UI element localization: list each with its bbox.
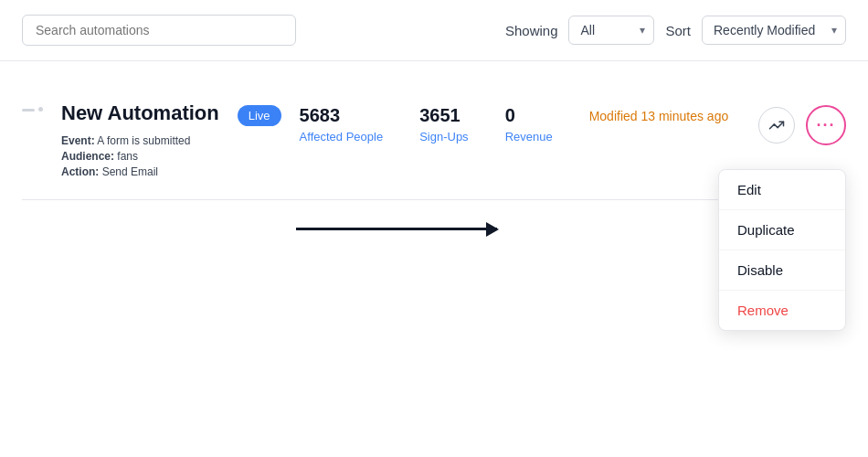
more-button[interactable]: ··· <box>806 105 846 145</box>
stat-signups-number: 3651 <box>419 105 468 126</box>
sort-select[interactable]: Recently Modified Name A-Z Name Z-A Date… <box>702 16 846 45</box>
event-label: Event: <box>61 134 95 147</box>
stat-revenue-label: Revenue <box>505 130 553 143</box>
automation-title: New Automation <box>61 101 219 125</box>
stat-revenue-number: 0 <box>505 105 553 126</box>
sort-label: Sort <box>665 23 691 38</box>
automation-name-section: New Automation Event: A form is submitte… <box>61 101 219 181</box>
drag-handle[interactable] <box>22 101 43 112</box>
dropdown-item-duplicate[interactable]: Duplicate <box>719 210 845 250</box>
stats-section: 5683 Affected People 3651 Sign-Ups 0 Rev… <box>300 101 553 143</box>
modified-text: Modified 13 minutes ago <box>589 101 729 123</box>
drag-handle-row-top <box>22 107 43 112</box>
chart-button[interactable] <box>758 107 795 143</box>
stat-signups: 3651 Sign-Ups <box>419 105 468 143</box>
stat-affected: 5683 Affected People <box>300 105 384 143</box>
dropdown-item-edit[interactable]: Edit <box>719 170 845 210</box>
stat-affected-number: 5683 <box>300 105 384 126</box>
toolbar: Showing All Live Paused Draft ▾ Sort Rec… <box>0 0 868 61</box>
showing-select-wrapper: All Live Paused Draft ▾ <box>568 16 654 45</box>
live-badge: Live <box>238 105 281 126</box>
action-label: Action: <box>61 165 99 178</box>
audience-line: Audience: fans <box>61 150 219 163</box>
automation-card: New Automation Event: A form is submitte… <box>22 83 846 200</box>
stat-signups-label: Sign-Ups <box>419 130 468 143</box>
event-line: Event: A form is submitted <box>61 134 219 147</box>
search-input[interactable] <box>22 15 296 46</box>
action-value: Send Email <box>102 165 158 178</box>
more-dots-icon: ··· <box>816 116 835 135</box>
toolbar-right: Showing All Live Paused Draft ▾ Sort Rec… <box>505 16 846 45</box>
showing-label: Showing <box>505 23 558 38</box>
arrow-icon <box>296 228 497 230</box>
stat-revenue: 0 Revenue <box>505 105 553 143</box>
sort-select-wrapper: Recently Modified Name A-Z Name Z-A Date… <box>702 16 846 45</box>
action-line: Action: Send Email <box>61 165 219 178</box>
main-content: New Automation Event: A form is submitte… <box>0 61 868 230</box>
audience-label: Audience: <box>61 150 114 163</box>
event-value: A form is submitted <box>97 134 190 147</box>
dropdown-item-remove[interactable]: Remove <box>719 291 845 330</box>
more-button-container: ··· Edit Duplicate Disable Remove <box>806 105 846 145</box>
audience-value: fans <box>117 150 138 163</box>
stat-affected-label: Affected People <box>300 130 384 143</box>
dropdown-menu: Edit Duplicate Disable Remove <box>718 169 846 331</box>
action-buttons: ··· Edit Duplicate Disable Remove <box>758 101 846 145</box>
chart-icon <box>768 117 785 133</box>
dot-icon <box>38 107 43 112</box>
dropdown-item-disable[interactable]: Disable <box>719 250 845 291</box>
showing-select[interactable]: All Live Paused Draft <box>568 16 654 45</box>
dash-icon <box>22 109 35 112</box>
